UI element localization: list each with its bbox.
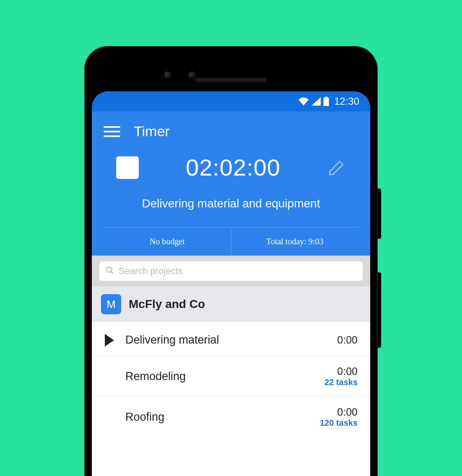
wifi-icon — [298, 97, 309, 106]
search-icon — [105, 266, 114, 277]
menu-icon[interactable] — [104, 126, 120, 137]
signal-icon — [311, 97, 321, 106]
status-icons — [298, 97, 329, 106]
svg-rect-1 — [325, 97, 328, 98]
project-name: McFly and Co — [129, 298, 205, 311]
stop-button[interactable] — [116, 156, 139, 179]
total-today-label: Total today: 9:03 — [231, 228, 359, 256]
timer-elapsed: 02:02:00 — [186, 154, 280, 181]
battery-icon — [323, 97, 329, 106]
task-row[interactable]: Roofing 0:00 120 tasks — [92, 397, 370, 437]
task-row[interactable]: Delivering material 0:00 — [92, 322, 370, 356]
task-name: Remodeling — [125, 370, 324, 383]
phone-notch — [92, 54, 370, 91]
status-bar: 12:30 — [92, 91, 370, 111]
edit-icon[interactable] — [327, 158, 346, 177]
task-meta: 0:00 120 tasks — [320, 406, 358, 428]
task-meta: 0:00 — [337, 334, 358, 346]
budget-label: No budget — [104, 228, 231, 256]
timer-description: Delivering material and equipment — [104, 189, 358, 227]
task-subtask-count: 22 tasks — [324, 378, 358, 387]
svg-rect-0 — [323, 98, 329, 106]
project-badge: M — [101, 294, 121, 314]
search-input[interactable] — [119, 266, 357, 277]
screen: 12:30 Timer 02:02:00 Delivering m — [92, 91, 370, 476]
page-title: Timer — [134, 123, 170, 140]
app-header: Timer 02:02:00 Delivering material and e… — [92, 111, 370, 256]
phone-frame: 12:30 Timer 02:02:00 Delivering m — [84, 46, 378, 476]
status-time: 12:30 — [334, 96, 359, 107]
svg-line-3 — [111, 272, 114, 274]
task-meta: 0:00 22 tasks — [324, 365, 358, 387]
task-name: Delivering material — [125, 334, 337, 347]
task-row[interactable]: Remodeling 0:00 22 tasks — [92, 356, 370, 397]
task-time: 0:00 — [324, 365, 358, 378]
search-bar — [92, 256, 370, 287]
task-time: 0:00 — [337, 334, 358, 346]
play-icon[interactable] — [101, 334, 118, 347]
svg-point-2 — [106, 267, 112, 272]
timer-row: 02:02:00 — [104, 150, 358, 189]
project-header[interactable]: M McFly and Co — [92, 287, 370, 322]
stats-row: No budget Total today: 9:03 — [104, 227, 358, 256]
task-time: 0:00 — [320, 406, 358, 418]
task-subtask-count: 120 tasks — [320, 418, 358, 428]
task-list: Delivering material 0:00 Remodeling 0:00… — [92, 322, 370, 437]
task-name: Roofing — [125, 411, 320, 424]
